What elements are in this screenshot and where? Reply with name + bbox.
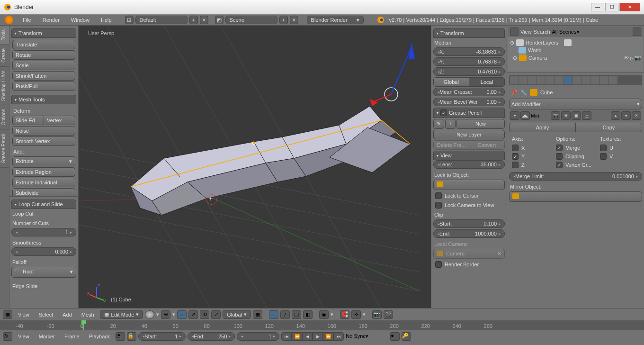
tree-camera[interactable]: ⊕Camera👁 ▹ 📷 [510, 54, 641, 62]
noise-button[interactable]: Noise [12, 126, 75, 136]
menu-window[interactable]: Window [66, 16, 94, 24]
mod-show-viewport-icon[interactable]: 👁 [561, 111, 571, 120]
operator-panel-header[interactable]: Loop Cut and Slide [11, 200, 76, 209]
manipulator-scale-icon[interactable]: ⤢ [211, 310, 221, 319]
keyframe-prev-button[interactable]: ⏪ [292, 332, 302, 341]
gp-new-button[interactable]: New [456, 119, 505, 129]
mod-show-cage-icon[interactable]: △ [582, 111, 591, 120]
add-modifier-dropdown[interactable]: Add Modifier▾ [509, 99, 642, 109]
mean-crease-field[interactable]: Mean Crease:0.00 [433, 88, 505, 96]
mirror-u-checkbox[interactable] [600, 145, 607, 151]
prop-tab-material[interactable] [582, 76, 590, 84]
keyframe-next-button[interactable]: ⏩ [323, 332, 333, 341]
layout-add-button[interactable]: + [189, 16, 198, 24]
median-z-field[interactable]: Z:0.47610 [433, 67, 505, 76]
menu-render[interactable]: Render [38, 16, 64, 24]
prop-tab-data[interactable] [573, 76, 581, 84]
timeline-current-field[interactable]: 1 [237, 332, 279, 341]
opengl-anim-icon[interactable]: 🎬 [384, 310, 393, 319]
scale-button[interactable]: Scale [12, 61, 75, 70]
select-edge-icon[interactable]: / [280, 310, 290, 319]
menu-file[interactable]: File [18, 16, 36, 24]
mirror-object-field[interactable] [509, 191, 642, 202]
num-cuts-field[interactable]: 1 [11, 228, 76, 236]
prop-tab-modifiers[interactable] [564, 76, 572, 84]
tl-lock-icon[interactable]: 🔒 [127, 332, 136, 341]
prop-tab-particles[interactable] [600, 76, 608, 84]
render-border-checkbox[interactable] [435, 261, 442, 268]
prop-edit-icon[interactable]: ◉ [319, 310, 329, 319]
lock-camera-checkbox[interactable] [435, 202, 442, 209]
prop-tab-world[interactable] [537, 76, 546, 84]
timeline-start-field[interactable]: Start:1 [138, 332, 186, 341]
lock-object-field[interactable] [433, 180, 505, 190]
mirror-x-checkbox[interactable] [512, 145, 519, 151]
outliner-filter-icon[interactable] [633, 27, 641, 36]
npanel-gp-header[interactable]: Grease Pencil [433, 108, 505, 118]
scene-add-button[interactable]: + [279, 16, 288, 24]
vertex-slide-button[interactable]: Vertex [44, 116, 75, 125]
maximize-button[interactable]: ☐ [605, 3, 618, 11]
tab-tools[interactable]: Tools [0, 26, 9, 45]
autokey-icon[interactable]: ● [390, 332, 400, 341]
lock-cursor-checkbox[interactable] [435, 192, 442, 199]
manipulator-rotate-icon[interactable]: ⟲ [200, 310, 209, 319]
rotate-button[interactable]: Rotate [12, 50, 75, 60]
outliner-view-menu[interactable]: View [520, 29, 532, 35]
timeline-editor-icon[interactable]: ◷ [3, 332, 12, 341]
prop-tab-texture[interactable] [591, 76, 599, 84]
viewport-3d[interactable]: User Persp z y x (1) Cube [79, 26, 431, 308]
pivot-dropdown-icon[interactable]: ⊕ [161, 310, 170, 319]
timeline-end-field[interactable]: End:250 [188, 332, 235, 341]
mirror-vgroup-checkbox[interactable] [556, 162, 563, 168]
outliner-display-dropdown[interactable]: All Scenes▾ [552, 29, 631, 35]
limit-visible-icon[interactable]: ◧ [303, 310, 313, 319]
pin-icon[interactable]: 📌 [511, 90, 518, 96]
prop-tab-render-layers[interactable] [519, 76, 528, 84]
menu-help[interactable]: Help [96, 16, 116, 24]
tab-create[interactable]: Create [0, 45, 9, 67]
tl-menu-playback[interactable]: Playback [85, 333, 114, 340]
gp-convert-button[interactable]: Convert [469, 140, 505, 150]
mod-show-render-icon[interactable]: 📷 [551, 111, 560, 120]
space-local-button[interactable]: Local [469, 77, 505, 87]
subdivide-button[interactable]: Subdivide [12, 188, 75, 196]
mirror-y-checkbox[interactable] [512, 153, 519, 160]
scene-browse-icon[interactable]: ◩ [215, 16, 224, 24]
mod-delete-icon[interactable]: ✕ [632, 111, 641, 120]
median-x-field[interactable]: X:-8.18631 [433, 47, 505, 56]
gp-enable-checkbox[interactable] [440, 109, 447, 116]
render-engine-dropdown[interactable]: Blender Render▾ [307, 16, 364, 24]
tl-menu-frame[interactable]: Frame [61, 333, 83, 340]
push-pull-button[interactable]: Push/Pull [12, 82, 75, 91]
mesh-tools-panel-header[interactable]: Mesh Tools [11, 95, 76, 104]
vp-menu-mesh[interactable]: Mesh [78, 311, 98, 318]
falloff-dropdown[interactable]: ⌒Root▾ [11, 267, 76, 278]
mirror-clipping-checkbox[interactable] [556, 153, 563, 160]
transform-panel-header[interactable]: Transform [11, 28, 76, 38]
minimize-button[interactable]: — [591, 3, 604, 11]
tab-grease-pencil[interactable]: Grease Pencil [0, 130, 9, 168]
prop-tab-object[interactable] [546, 76, 555, 84]
smoothness-field[interactable]: 0.000 [11, 247, 76, 256]
local-camera-field[interactable]: Camera✕ [433, 249, 505, 259]
select-face-icon[interactable]: ▢ [292, 310, 301, 319]
tl-menu-marker[interactable]: Marker [35, 333, 59, 340]
play-button[interactable]: ▶ [313, 332, 323, 341]
tab-shading-uvs[interactable]: Shading / UVs [0, 67, 9, 105]
tree-renderlayers[interactable]: ⊕RenderLayers [510, 39, 641, 46]
outliner-editor-icon[interactable] [510, 27, 519, 36]
smooth-vertex-button[interactable]: Smooth Vertex [12, 136, 75, 146]
tl-range-icon[interactable]: ◔ [116, 332, 125, 341]
clip-start-field[interactable]: Start:0.100 [433, 219, 505, 228]
modifier-apply-button[interactable]: Apply [509, 123, 576, 132]
modifier-name-field[interactable]: Mirr [531, 113, 550, 118]
extrude-dropdown[interactable]: Extrude▾ [12, 156, 75, 166]
close-button[interactable]: ✕ [619, 3, 640, 11]
prop-tab-scene[interactable] [528, 76, 537, 84]
gp-delete-frame-button[interactable]: Delete Fra... [433, 140, 469, 150]
prop-tab-physics[interactable] [609, 76, 617, 84]
shrink-fatten-button[interactable]: Shrink/Fatten [12, 71, 75, 81]
vp-menu-add[interactable]: Add [59, 311, 76, 318]
lens-field[interactable]: Lens:35.000 [433, 160, 505, 169]
